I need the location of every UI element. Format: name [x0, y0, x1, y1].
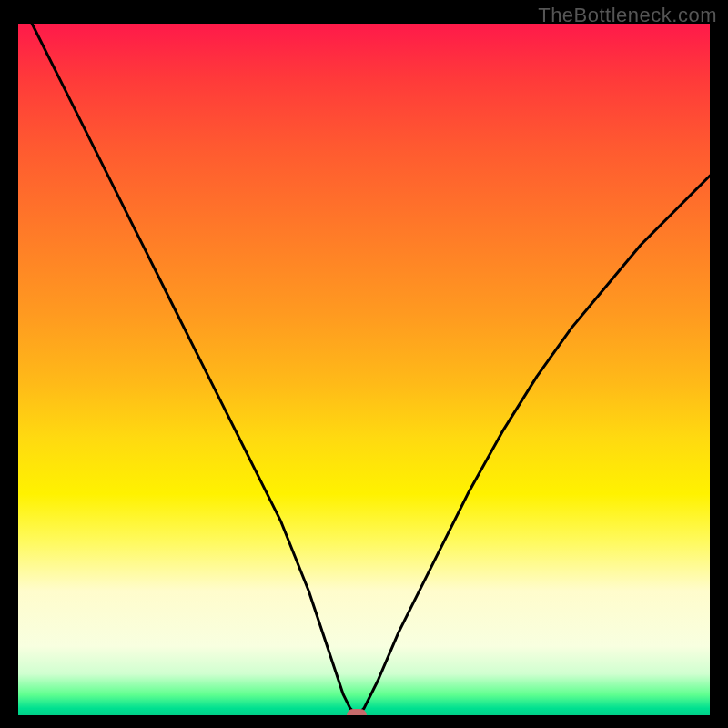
bottleneck-curve [18, 24, 710, 715]
chart-plot-area [18, 24, 710, 715]
watermark-text: TheBottleneck.com [538, 4, 717, 27]
optimal-point-marker [347, 709, 367, 715]
